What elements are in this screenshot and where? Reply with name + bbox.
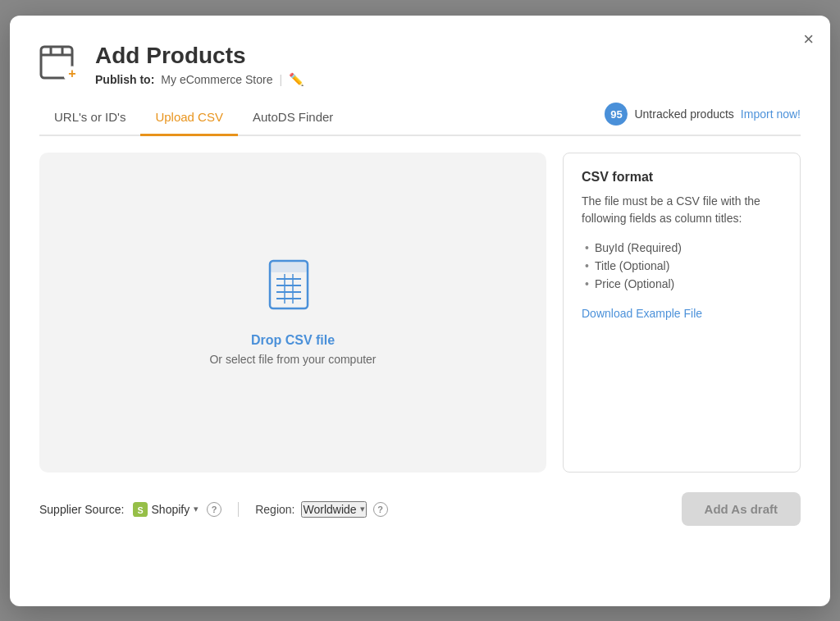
- publish-line: Publish to: My eCommerce Store | ✏️: [95, 72, 304, 87]
- shopify-icon: S: [133, 502, 148, 517]
- region-section: Region: Worldwide ▾ ?: [255, 501, 387, 518]
- add-products-modal: × + Add Products Publish to: My eCommerc…: [10, 16, 830, 606]
- add-as-draft-button[interactable]: Add As draft: [682, 492, 801, 526]
- footer-divider: [238, 502, 239, 517]
- supplier-help-icon[interactable]: ?: [207, 502, 221, 517]
- modal-footer: Supplier Source: S Shopify ▾ ? Region: W…: [39, 492, 801, 526]
- tab-urls-or-ids[interactable]: URL's or ID's: [39, 102, 140, 136]
- csv-field-buyid: BuyId (Required): [582, 239, 782, 257]
- import-now-link[interactable]: Import now!: [741, 107, 801, 121]
- csv-drop-zone[interactable]: Drop CSV file Or select file from your c…: [39, 153, 546, 473]
- supplier-source-label: Supplier Source:: [39, 503, 125, 516]
- region-chevron-icon: ▾: [360, 504, 365, 514]
- csv-fields-list: BuyId (Required) Title (Optional) Price …: [582, 239, 782, 293]
- csv-field-price: Price (Optional): [582, 275, 782, 293]
- supplier-name: Shopify: [152, 503, 190, 516]
- main-content: Drop CSV file Or select file from your c…: [39, 153, 801, 473]
- csv-format-title: CSV format: [582, 170, 782, 185]
- footer-left: Supplier Source: S Shopify ▾ ? Region: W…: [39, 501, 388, 518]
- supplier-chevron-icon: ▾: [194, 504, 199, 514]
- app-logo-icon: +: [39, 42, 82, 84]
- drop-csv-text: Drop CSV file: [251, 333, 335, 348]
- region-name: Worldwide: [303, 503, 356, 516]
- edit-store-icon[interactable]: ✏️: [289, 72, 304, 87]
- header-text: Add Products Publish to: My eCommerce St…: [95, 42, 304, 88]
- region-help-icon[interactable]: ?: [373, 502, 388, 517]
- untracked-count: 95: [605, 103, 628, 126]
- select-file-text: Or select file from your computer: [209, 353, 376, 366]
- region-label: Region:: [255, 503, 294, 516]
- tab-upload-csv[interactable]: Upload CSV: [140, 102, 238, 136]
- modal-header: + Add Products Publish to: My eCommerce …: [39, 42, 801, 88]
- supplier-select-button[interactable]: S Shopify ▾: [133, 502, 199, 517]
- close-button[interactable]: ×: [803, 30, 814, 48]
- download-example-link[interactable]: Download Example File: [582, 307, 702, 320]
- untracked-label: Untracked products: [634, 107, 733, 121]
- svg-text:S: S: [137, 505, 143, 514]
- tabs-row: URL's or ID's Upload CSV AutoDS Finder 9…: [39, 102, 801, 136]
- page-title: Add Products: [95, 42, 304, 70]
- untracked-badge: 95 Untracked products Import now!: [605, 103, 801, 134]
- svg-rect-7: [270, 261, 308, 272]
- tab-autods-finder[interactable]: AutoDS Finder: [238, 102, 348, 136]
- store-name: My eCommerce Store: [161, 73, 272, 86]
- csv-field-title: Title (Optional): [582, 257, 782, 275]
- csv-format-panel: CSV format The file must be a CSV file w…: [563, 153, 801, 473]
- tabs-left: URL's or ID's Upload CSV AutoDS Finder: [39, 102, 605, 135]
- region-select-button[interactable]: Worldwide ▾: [301, 501, 366, 518]
- csv-format-description: The file must be a CSV file with the fol…: [582, 193, 782, 227]
- csv-file-icon: [267, 259, 319, 322]
- publish-label: Publish to:: [95, 73, 154, 86]
- svg-text:+: +: [68, 66, 75, 80]
